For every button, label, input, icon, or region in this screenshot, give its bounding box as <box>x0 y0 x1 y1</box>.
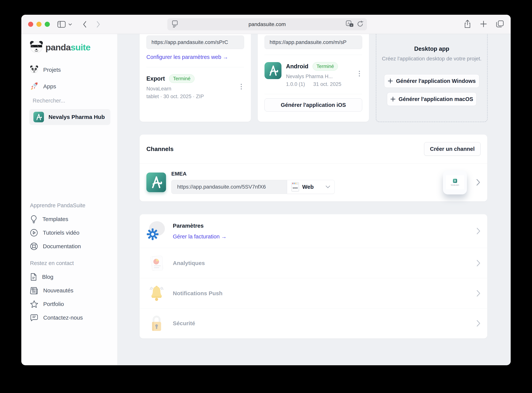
settings-row-label: Sécurité <box>173 320 195 327</box>
web-export-card: https://app.pandasuite.com/sPrC Configur… <box>140 34 251 122</box>
sidebar-item-nouveautes[interactable]: Nouveautés <box>21 284 117 297</box>
zoom-window-button[interactable] <box>45 22 50 27</box>
manage-billing-link[interactable]: Gérer la facturation → <box>173 234 227 240</box>
sidebar-item-contactez-nous[interactable]: Contactez-nous <box>21 311 117 324</box>
address-bar[interactable]: pandasuite.com A x <box>167 18 367 30</box>
settings-row-label: Paramètres <box>173 222 227 229</box>
browser-window: pandasuite.com A x <box>21 15 511 365</box>
play-circle-icon <box>30 229 38 237</box>
panda-sunglasses-logo-icon <box>30 41 43 54</box>
svg-text:A: A <box>348 22 350 25</box>
channels-card: Channels Créer un channel EMEA <box>140 135 487 201</box>
forward-button-icon[interactable] <box>96 21 101 28</box>
life-ring-icon <box>30 242 38 250</box>
desktop-app-card: Desktop app Créez l'application desktop … <box>376 34 488 122</box>
android-app-name: Nevalys Pharma H... <box>286 74 341 79</box>
preview-app-label: NovaLearn <box>451 184 459 186</box>
sidebar-item-label: Nouveautés <box>43 287 73 294</box>
configure-web-settings-link[interactable]: Configurer les paramètres web → <box>146 54 228 60</box>
desktop-card-title: Desktop app <box>376 45 487 52</box>
back-button-icon[interactable] <box>82 21 87 28</box>
new-tab-plus-icon[interactable] <box>480 20 487 28</box>
screen: pandasuite.com A x <box>0 0 532 393</box>
settings-row-securite[interactable]: Sécurité <box>140 308 487 338</box>
panda-face-icon <box>30 65 38 74</box>
page-format-icon[interactable] <box>171 20 178 29</box>
minimize-window-button[interactable] <box>36 22 42 27</box>
channel-device-preview[interactable]: NovaLearn <box>443 171 467 194</box>
tab-overview-icon[interactable] <box>496 20 504 29</box>
sidebar-item-label: Projets <box>43 67 61 73</box>
status-badge: Terminé <box>169 74 194 83</box>
sidebar-item-label: Contactez-nous <box>43 314 83 321</box>
traffic-lights <box>28 22 50 27</box>
export-item: Export Terminé NovaLearn tablet · 30 oct… <box>146 74 244 99</box>
android-app-icon <box>265 62 281 79</box>
chat-bubble-icon <box>30 314 38 321</box>
sidebar-item-documentation[interactable]: Documentation <box>21 240 117 253</box>
project-app-icon <box>33 112 44 122</box>
mobile-url-input[interactable]: https://app.pandasuite.com/m/sP <box>265 35 362 49</box>
channel-name: EMEA <box>171 171 335 177</box>
pandasuite-logo[interactable]: pandasuite <box>30 41 90 54</box>
export-name: NovaLearn <box>146 86 244 92</box>
selected-project-label: Nevalys Pharma Hub <box>48 114 105 120</box>
settings-row-parametres[interactable]: Paramètres Gérer la facturation → <box>140 214 487 248</box>
rocket-icon <box>30 82 38 91</box>
status-badge: Terminé <box>313 62 338 71</box>
channel-app-icon <box>146 172 166 192</box>
sidebar-item-projets[interactable]: Projets <box>21 62 117 78</box>
newspaper-icon <box>30 287 38 294</box>
chevron-right-icon[interactable] <box>476 179 480 186</box>
channel-row-emea[interactable]: EMEA https://app.pandasuite.com/5SV7nfX6… <box>140 163 487 201</box>
sidebar-item-selected-project[interactable]: Nevalys Pharma Hub <box>29 109 110 125</box>
plus-icon <box>388 78 393 84</box>
main-content: https://app.pandasuite.com/sPrC Configur… <box>117 34 511 365</box>
channel-type-select[interactable]: www Web <box>287 180 335 194</box>
plus-icon <box>390 96 396 102</box>
url-text: pandasuite.com <box>167 21 367 27</box>
web-url-input[interactable]: https://app.pandasuite.com/sPrC <box>146 35 244 49</box>
chevron-right-icon <box>476 320 480 327</box>
android-title: Android <box>286 63 309 70</box>
close-window-button[interactable] <box>28 22 33 27</box>
web-browser-icon: www <box>291 182 299 192</box>
desktop-card-description: Créez l'application desktop de votre pro… <box>376 56 487 62</box>
section-label-contact: Restez en contact <box>21 260 117 266</box>
settings-row-label: Analytiques <box>173 260 205 266</box>
kebab-menu-icon[interactable] <box>358 70 361 78</box>
app-sidebar: pandasuite <box>21 34 117 365</box>
sidebar-item-blog[interactable]: Blog <box>21 270 117 284</box>
reload-icon[interactable] <box>357 20 363 28</box>
channel-url-input[interactable]: https://app.pandasuite.com/5SV7nfX6 <box>171 180 287 194</box>
analytics-pie-icon <box>146 253 167 273</box>
generate-macos-button[interactable]: Générer l'application macOS <box>387 92 477 106</box>
export-title: Export <box>146 75 165 82</box>
share-icon[interactable] <box>464 20 471 29</box>
sidebar-toggle-icon[interactable] <box>57 21 66 28</box>
browser-titlebar: pandasuite.com A x <box>21 15 511 34</box>
chevron-down-icon <box>325 185 330 188</box>
generate-windows-button[interactable]: Générer l'application Windows <box>384 74 479 88</box>
sidebar-item-label: Portfolio <box>43 301 64 307</box>
kebab-menu-icon[interactable] <box>240 83 243 91</box>
sidebar-item-apps[interactable]: Apps <box>21 78 117 95</box>
settings-row-notifications-push[interactable]: Notifications Push <box>140 278 487 308</box>
section-label-learn: Apprendre PandaSuite <box>21 202 117 209</box>
sidebar-item-tutoriels-video[interactable]: Tutoriels vidéo <box>21 226 117 240</box>
mobile-app-card: https://app.pandasuite.com/m/sP <box>258 34 369 122</box>
translate-icon[interactable]: A x <box>346 20 354 28</box>
wordmark: pandasuite <box>45 42 90 53</box>
lightbulb-icon <box>30 215 38 223</box>
sidebar-item-portfolio[interactable]: Portfolio <box>21 297 117 311</box>
android-build-item: Android Terminé Nevalys Pharma H... 1.0.… <box>265 62 362 87</box>
android-version: 1.0.0 (1) <box>286 81 305 87</box>
generate-ios-button[interactable]: Générer l'application iOS <box>265 98 362 112</box>
padlock-icon <box>146 313 167 334</box>
settings-row-analytiques[interactable]: Analytiques <box>140 248 487 278</box>
create-channel-button[interactable]: Créer un channel <box>424 142 480 156</box>
search-input[interactable]: Rechercher... <box>33 98 65 104</box>
sidebar-item-templates[interactable]: Templates <box>21 212 117 226</box>
chevron-right-icon <box>476 260 480 267</box>
sidebar-menu-chevron-down-icon[interactable] <box>68 23 72 26</box>
